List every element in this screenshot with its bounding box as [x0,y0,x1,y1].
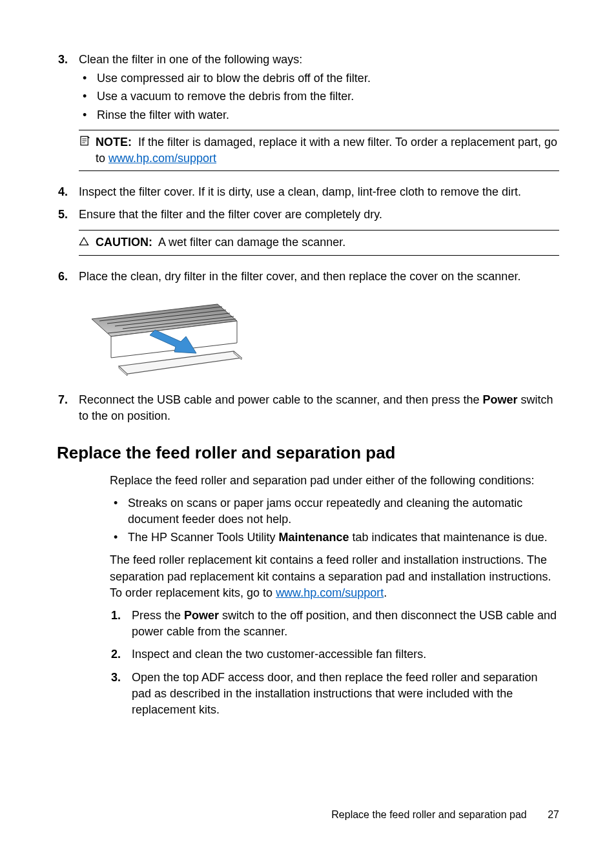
caution-text: A wet filter can damage the scanner. [158,236,345,249]
step-bold: Power [184,609,219,622]
bullet-dot: • [79,70,97,87]
step-text: Clean the filter in one of the following… [79,53,302,66]
step-text: Inspect the filter cover. If it is dirty… [79,185,521,198]
bullet-before: The HP Scanner Tools Utility [128,531,278,544]
section-heading: Replace the feed roller and separation p… [57,441,559,464]
para-after: . [384,586,387,599]
condition-bullets: •Streaks on scans or paper jams occur re… [110,495,559,546]
caution-label: CAUTION: [96,236,152,249]
step-number: 3. [110,670,132,686]
step-number: 3. [57,52,79,68]
note-icon [79,134,96,151]
document-page: 3. Clean the filter in one of the follow… [0,0,616,853]
footer-page-number: 27 [548,809,559,820]
section-body: Replace the feed roller and separation p… [110,473,559,718]
step-3: 3. Clean the filter in one of the follow… [57,52,559,178]
page-footer: Replace the feed roller and separation p… [331,808,559,822]
step-6: 6. Place the clean, dry filter in the fi… [57,269,559,380]
step-5: 5. Ensure that the filter and the filter… [57,207,559,262]
step-number: 4. [57,184,79,200]
step-7: 7. Reconnect the USB cable and power cab… [57,392,559,424]
step-text: Ensure that the filter and the filter co… [79,208,382,221]
step-number: 7. [57,392,79,408]
footer-title: Replace the feed roller and separation p… [331,809,526,820]
step-number: 1. [110,608,132,624]
support-link[interactable]: www.hp.com/support [108,152,216,165]
bullet-text: Streaks on scans or paper jams occur rep… [128,495,559,528]
bullet-text: Rinse the filter with water. [97,107,229,123]
caution-icon [79,234,96,251]
step-bold: Power [482,393,517,406]
support-link[interactable]: www.hp.com/support [276,586,384,599]
sub-bullets: •Use compressed air to blow the debris o… [79,70,559,123]
note-label: NOTE: [96,136,132,149]
step-number: 6. [57,269,79,285]
sec-step-3: 3. Open the top ADF access door, and the… [110,670,559,719]
sec-step-2: 2. Inspect and clean the two customer-ac… [110,646,559,663]
step-text: Inspect and clean the two customer-acces… [132,648,426,661]
bullet-text: Use compressed air to blow the debris of… [97,70,371,87]
bullet-after: tab indicates that maintenance is due. [349,531,547,544]
filter-cover-figure [79,296,559,380]
bullet-dot: • [79,88,97,105]
step-text: Place the clean, dry filter in the filte… [79,270,520,283]
bullet-text: Use a vacuum to remove the debris from t… [97,88,354,105]
step-before: Press the [132,609,184,622]
bullet-dot: • [110,529,128,546]
section-steps: 1. Press the Power switch to the off pos… [110,608,559,718]
step-4: 4. Inspect the filter cover. If it is di… [57,184,559,200]
bullet-bold: Maintenance [278,531,349,544]
bullet-dot: • [110,495,128,511]
bullet-dot: • [79,107,97,123]
kit-paragraph: The feed roller replacement kit contains… [110,552,559,601]
procedure-list-top: 3. Clean the filter in one of the follow… [57,52,559,424]
step-text-before: Reconnect the USB cable and power cable … [79,393,482,406]
caution-callout: CAUTION: A wet filter can damage the sca… [79,230,559,256]
step-number: 2. [110,646,132,663]
note-callout: NOTE: If the filter is damaged, replace … [79,130,559,171]
step-text: Open the top ADF access door, and then r… [132,671,537,716]
step-number: 5. [57,207,79,223]
sec-step-1: 1. Press the Power switch to the off pos… [110,608,559,640]
section-intro: Replace the feed roller and separation p… [110,473,559,489]
